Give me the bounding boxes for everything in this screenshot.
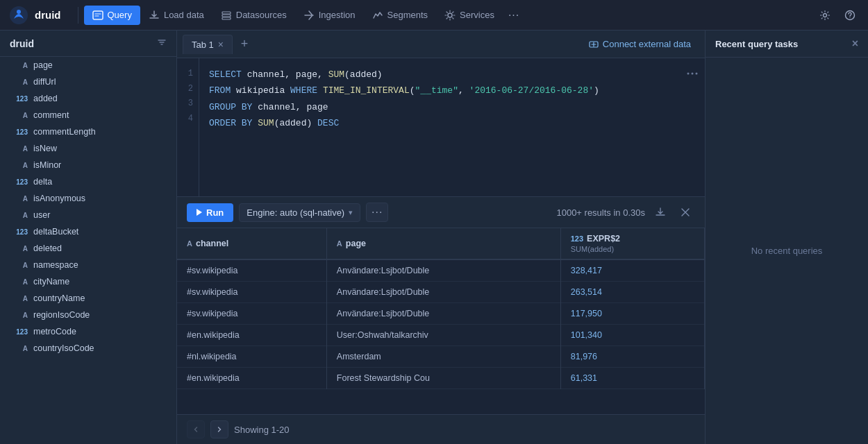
nav-label-ingestion: Ingestion (319, 10, 356, 20)
cell-page-4: Amsterdam (326, 346, 560, 368)
col-type-page: A (337, 239, 342, 248)
topnav: druid Query Load data Data (0, 0, 868, 31)
col-header-expr2[interactable]: 123 EXPR$2 SUM(added) (560, 228, 704, 259)
sidebar-item-metroCode[interactable]: 123 metroCode (0, 323, 176, 340)
tab-bar: Tab 1 × + Connect external data (177, 31, 705, 58)
field-type-isNew: A (10, 145, 28, 153)
nav-more-button[interactable]: ··· (503, 5, 525, 26)
download-button[interactable] (651, 203, 670, 222)
nav-item-query[interactable]: Query (84, 6, 140, 25)
right-panel-close-button[interactable]: × (852, 37, 858, 50)
cell-channel-1: #sv.wikipedia (177, 282, 326, 303)
cell-channel-3: #en.wikipedia (177, 325, 326, 346)
editor-area[interactable]: 1234 SELECT channel, page, SUM(added)FRO… (177, 58, 705, 197)
field-type-isAnonymous: A (10, 195, 28, 203)
nav-item-ingestion[interactable]: Ingestion (295, 6, 364, 25)
sidebar-item-commentLength[interactable]: 123 commentLength (0, 123, 176, 140)
sort-icon[interactable] (157, 37, 167, 49)
sidebar-item-delta[interactable]: 123 delta (0, 173, 176, 190)
code-editor[interactable]: SELECT channel, page, SUM(added)FROM wik… (199, 58, 705, 196)
sidebar-item-cityName[interactable]: A cityName (0, 273, 176, 290)
services-icon (444, 10, 456, 21)
field-name-user: user (33, 210, 50, 220)
field-name-page: page (33, 60, 53, 70)
field-name-diffUrl: diffUrl (33, 77, 56, 87)
query-more-button[interactable]: ··· (366, 203, 388, 222)
query-toolbar: Run Engine: auto (sql-native) ▾ ··· 1000… (177, 197, 705, 228)
field-type-isMinor: A (10, 162, 28, 169)
right-panel-empty-text: No recent queries (706, 58, 868, 444)
nav-item-services[interactable]: Services (436, 6, 503, 25)
nav-item-datasources[interactable]: Datasources (212, 6, 295, 25)
next-page-button[interactable] (210, 420, 228, 438)
engine-select[interactable]: Engine: auto (sql-native) ▾ (239, 203, 360, 222)
editor-menu-button[interactable] (687, 65, 698, 78)
col-header-channel[interactable]: A channel (177, 228, 326, 259)
sidebar-item-countryName[interactable]: A countryName (0, 290, 176, 307)
sidebar-item-added[interactable]: 123 added (0, 90, 176, 107)
field-name-countryIsoCode: countryIsoCode (33, 343, 94, 353)
cell-page-0: Användare:Lsjbot/Duble (326, 259, 560, 282)
engine-label: Engine: auto (sql-native) (247, 207, 344, 218)
sidebar-header: druid (0, 31, 176, 57)
nav-label-load-data: Load data (164, 10, 204, 20)
sidebar-item-countryIsoCode[interactable]: A countryIsoCode (0, 340, 176, 357)
help-button[interactable] (840, 6, 860, 25)
prev-page-button[interactable] (187, 420, 205, 438)
code-line-3: GROUP BY channel, page (209, 99, 695, 115)
results-close-button[interactable] (676, 203, 695, 222)
field-type-comment: A (10, 112, 28, 119)
nav-item-load-data[interactable]: Load data (140, 6, 212, 25)
svg-point-1 (17, 10, 21, 14)
svg-point-11 (687, 73, 690, 75)
sidebar-item-namespace[interactable]: A namespace (0, 257, 176, 273)
code-line-1: SELECT channel, page, SUM(added) (209, 67, 695, 83)
nav-label-datasources: Datasources (236, 10, 287, 20)
settings-button[interactable] (815, 6, 835, 25)
field-type-cityName: A (10, 278, 28, 286)
sidebar-item-deleted[interactable]: A deleted (0, 240, 176, 257)
cell-value-4: 81,976 (560, 346, 704, 368)
field-name-countryName: countryName (33, 293, 85, 303)
svg-point-9 (849, 17, 850, 17)
field-type-regionIsoCode: A (10, 311, 28, 319)
svg-point-6 (448, 13, 452, 17)
col-name-expr2: EXPR$2 (587, 234, 620, 244)
line-numbers: 1234 (177, 58, 199, 196)
sidebar-item-comment[interactable]: A comment (0, 107, 176, 123)
field-name-metroCode: metroCode (33, 327, 76, 336)
segments-icon (372, 10, 383, 21)
tab-1[interactable]: Tab 1 × (183, 35, 233, 54)
field-name-deleted: deleted (33, 244, 62, 253)
nav-label-segments: Segments (387, 10, 428, 20)
table-row: #sv.wikipedia Användare:Lsjbot/Duble 328… (177, 259, 705, 282)
field-type-user: A (10, 212, 28, 219)
sidebar-item-isNew[interactable]: A isNew (0, 140, 176, 157)
sidebar-item-page[interactable]: A page (0, 57, 176, 74)
col-header-page[interactable]: A page (326, 228, 560, 259)
field-type-countryIsoCode: A (10, 345, 28, 352)
sidebar-item-deltaBucket[interactable]: 123 deltaBucket (0, 223, 176, 240)
field-name-added: added (33, 94, 58, 103)
nav-item-segments[interactable]: Segments (364, 6, 437, 25)
results-count: 1000+ results in 0.30s (556, 207, 645, 218)
sidebar-item-isAnonymous[interactable]: A isAnonymous (0, 190, 176, 207)
nav-divider (78, 7, 78, 24)
sidebar-item-user[interactable]: A user (0, 207, 176, 223)
sidebar-item-isMinor[interactable]: A isMinor (0, 157, 176, 173)
sidebar: druid A page A diffUrl 123 added A comme… (0, 31, 177, 444)
connect-external-data-button[interactable]: Connect external data (581, 35, 699, 53)
sidebar-item-diffUrl[interactable]: A diffUrl (0, 74, 176, 90)
sidebar-fields-list: A page A diffUrl 123 added A comment 123… (0, 57, 176, 357)
run-button[interactable]: Run (187, 203, 233, 222)
svg-rect-2 (93, 11, 103, 19)
content-area: Tab 1 × + Connect external data 1234 SEL… (177, 31, 705, 444)
run-triangle-icon (197, 209, 202, 216)
table-row: #en.wikipedia Forest Stewardship Cou 61,… (177, 368, 705, 389)
tab-add-button[interactable]: + (235, 35, 253, 53)
field-name-deltaBucket: deltaBucket (33, 227, 78, 237)
tab-1-close[interactable]: × (218, 40, 224, 49)
sidebar-item-regionIsoCode[interactable]: A regionIsoCode (0, 307, 176, 323)
cell-value-3: 101,340 (560, 325, 704, 346)
col-type-expr2: 123 (571, 234, 583, 243)
